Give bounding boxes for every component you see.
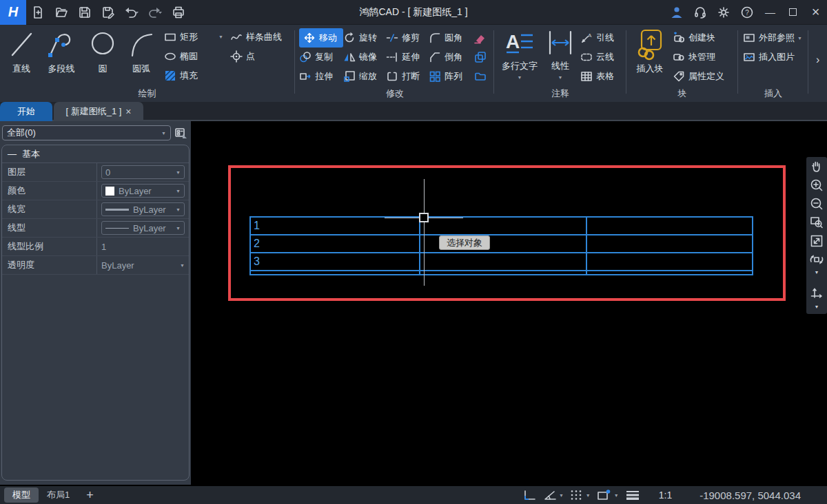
attribute-define-tool[interactable]: 属性定义 — [673, 67, 724, 86]
tab-model[interactable]: 模型 — [4, 487, 39, 503]
trim-tool[interactable]: 修剪 — [386, 28, 429, 48]
fillet-tool[interactable]: 圆角 — [429, 28, 473, 48]
section-basic[interactable]: — 基本 — [2, 145, 189, 163]
zoom-in-button[interactable] — [806, 176, 827, 194]
annotation-scale[interactable]: 1:1 — [656, 486, 675, 504]
polar-tracking-button[interactable]: ▼ — [540, 486, 566, 504]
ltscale-value[interactable]: 1 — [101, 242, 106, 252]
property-row-linetype: 线型 ByLayer▼ — [2, 219, 189, 238]
line-tool[interactable]: 直线 — [6, 28, 37, 75]
circle-tool[interactable]: 圆 — [87, 28, 119, 75]
ucs-axes-icon — [810, 287, 824, 301]
transparency-value[interactable]: ByLayer — [101, 260, 134, 271]
osnap-dropdown-caret[interactable]: ▼ — [614, 493, 619, 498]
pan-button[interactable] — [806, 157, 827, 176]
user-icon — [670, 6, 684, 19]
view-toolbar: ▼ ▼ — [806, 157, 827, 314]
offset-tool[interactable] — [473, 48, 491, 67]
ucs-button[interactable] — [806, 284, 827, 303]
open-file-button[interactable] — [50, 0, 73, 25]
more-modify-tool[interactable] — [473, 67, 491, 86]
grid-dropdown-caret[interactable]: ▼ — [586, 493, 591, 498]
orbit-dropdown-caret[interactable]: ▼ — [815, 269, 819, 276]
draw-group-label: 绘制 — [0, 87, 294, 100]
insert-block-tool[interactable]: 插入块 — [631, 28, 668, 75]
scale-tool[interactable]: 缩放 — [343, 67, 386, 86]
revision-cloud-tool[interactable]: 云线 — [580, 48, 614, 67]
chamfer-tool[interactable]: 倒角 — [429, 48, 473, 67]
lineweight-select[interactable]: ByLayer▼ — [101, 202, 185, 216]
save-as-button[interactable] — [96, 0, 120, 25]
create-block-tool[interactable]: 创建块 — [673, 28, 724, 48]
app-window: H 鸿鹄CAD - [ 新建图纸_1 ] — [0, 0, 827, 504]
copy-tool[interactable]: 复制 — [299, 48, 343, 67]
stretch-tool[interactable]: 拉伸 — [299, 67, 343, 86]
color-select[interactable]: ByLayer▼ — [101, 184, 185, 198]
table-tool[interactable]: 表格 — [580, 67, 614, 86]
zoom-window-button[interactable] — [806, 213, 827, 231]
zoom-out-button[interactable] — [806, 194, 827, 213]
layer-select[interactable]: 0▼ — [101, 165, 185, 179]
rectangle-tool[interactable]: 矩形 — [164, 28, 198, 47]
properties-panel-button[interactable] — [174, 126, 189, 140]
mtext-dropdown-caret[interactable]: ▼ — [518, 75, 522, 80]
account-button[interactable] — [665, 0, 688, 25]
mtext-tool[interactable]: A 多行文字 ▼ — [498, 28, 542, 80]
settings-button[interactable] — [712, 0, 735, 25]
move-tool[interactable]: 移动 — [299, 28, 343, 48]
xref-dropdown-caret[interactable]: ▼ — [797, 36, 802, 41]
hatch-tool[interactable]: 填充 — [164, 66, 198, 85]
block-manager-tool[interactable]: 块管理 — [673, 48, 724, 67]
svg-text:A: A — [588, 32, 592, 39]
linear-dim-dropdown-caret[interactable]: ▼ — [558, 75, 563, 80]
drawing-canvas[interactable]: 1 2 3 选择对象 — [191, 121, 827, 486]
extend-tool[interactable]: 延伸 — [386, 48, 429, 67]
support-button[interactable] — [688, 0, 712, 25]
add-layout-button[interactable]: + — [78, 487, 102, 503]
copy-icon — [299, 51, 312, 63]
help-button[interactable]: ? — [735, 0, 759, 25]
close-button[interactable]: × — [804, 0, 827, 25]
erase-tool[interactable] — [473, 28, 491, 48]
ribbon-expand-chevron[interactable]: › — [816, 54, 819, 66]
rotate-tool[interactable]: 旋转 — [343, 28, 386, 48]
mirror-tool[interactable]: 镜像 — [343, 48, 386, 67]
ucs-dropdown-caret[interactable]: ▼ — [815, 303, 819, 311]
tab-layout1[interactable]: 布局1 — [39, 487, 78, 503]
xref-icon — [743, 32, 755, 44]
app-logo[interactable]: H — [0, 0, 26, 25]
redo-button[interactable] — [143, 0, 167, 25]
leader-tool[interactable]: A 引线 — [580, 28, 614, 48]
break-tool[interactable]: 打断 — [386, 67, 429, 86]
maximize-button[interactable] — [782, 0, 804, 25]
minimize-button[interactable]: — — [759, 0, 782, 25]
xref-tool[interactable]: 外部参照 ▼ — [743, 28, 802, 48]
linetype-select[interactable]: ByLayer▼ — [101, 221, 185, 235]
tab-close-icon[interactable]: × — [125, 106, 131, 117]
rectangle-dropdown-caret[interactable]: ▼ — [218, 34, 223, 39]
polar-dropdown-caret[interactable]: ▼ — [559, 493, 564, 498]
new-file-button[interactable] — [26, 0, 50, 25]
lineweight-display-button[interactable] — [622, 486, 644, 504]
snap-grid-button[interactable]: ▼ — [566, 486, 593, 504]
block-manager-icon — [673, 51, 685, 63]
arc-tool[interactable]: 圆弧 — [124, 28, 159, 75]
ellipse-tool[interactable]: 椭圆 — [164, 47, 198, 66]
object-snap-button[interactable]: ▼ — [593, 486, 622, 504]
array-tool[interactable]: 阵列 — [429, 67, 473, 86]
tab-current-drawing[interactable]: [ 新建图纸_1 ] × — [54, 102, 143, 121]
tab-start[interactable]: 开始 — [0, 102, 52, 121]
zoom-extents-button[interactable] — [806, 231, 827, 250]
point-tool[interactable]: 点 — [230, 47, 282, 66]
orbit-button[interactable] — [806, 250, 827, 269]
cad-table[interactable]: 1 2 3 — [249, 216, 753, 275]
insert-image-tool[interactable]: 插入图片 — [743, 48, 802, 67]
selection-filter-select[interactable]: 全部(0) ▼ — [2, 125, 171, 140]
undo-button[interactable] — [120, 0, 143, 25]
save-button[interactable] — [73, 0, 96, 25]
print-button[interactable] — [167, 0, 190, 25]
ortho-mode-button[interactable] — [519, 486, 540, 504]
polyline-tool[interactable]: 多段线 — [41, 28, 81, 75]
spline-tool[interactable]: 样条曲线 — [230, 28, 282, 47]
linear-dim-tool[interactable]: 线性 ▼ — [544, 28, 576, 80]
